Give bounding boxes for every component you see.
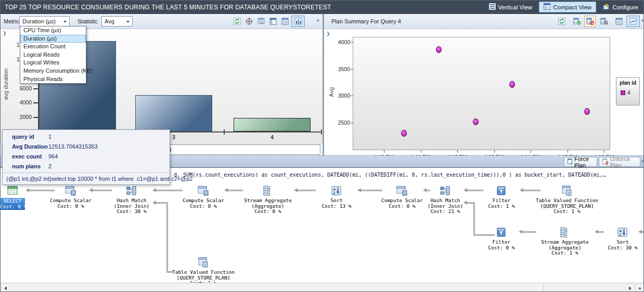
track-query-button[interactable]	[243, 16, 255, 27]
plan-edge	[642, 231, 644, 233]
plan-node-hash-match[interactable]: Hash Match(Inner Join)Cost: 30 %	[93, 198, 171, 215]
pane-view-button[interactable]	[267, 16, 279, 27]
toolbar-overflow-button[interactable]: ▾	[641, 18, 643, 23]
plan-node-sort[interactable]: SortCost: 30 %	[584, 240, 644, 250]
configure-button[interactable]: Configure	[598, 2, 643, 12]
refresh-icon	[558, 18, 565, 25]
plan-edge-arrowhead	[463, 188, 467, 192]
scatter-x-tick	[494, 150, 495, 153]
bar-chart-y-axis-title: avg duration	[3, 64, 9, 104]
splitter-grip-button[interactable]: ◆	[636, 284, 644, 292]
tooltip-separator	[3, 172, 170, 173]
compact-view-icon	[544, 3, 550, 11]
chart-view-button[interactable]	[291, 16, 305, 27]
tvf-icon: ƒ	[198, 257, 209, 270]
table-grid-icon	[615, 18, 623, 25]
plan-edge	[473, 202, 475, 234]
scatter-y-tick	[351, 123, 353, 123]
tooltip-row-label: query id	[12, 134, 34, 140]
plan-node-table-valued-function[interactable]: Table Valued Function[QUERY_STORE_PLAN]C…	[528, 198, 606, 215]
tooltip-row-value: 964	[48, 153, 58, 160]
scatter-point-plan-4[interactable]	[401, 130, 407, 137]
filter-icon	[496, 185, 507, 198]
plan-edge	[156, 202, 166, 204]
tooltip-row: Avg Duration12513.7064315353	[12, 143, 168, 150]
view-query-button[interactable]	[255, 16, 267, 27]
plan-edge-arrowhead	[520, 188, 523, 192]
force-plan-toolbar-button[interactable]	[571, 16, 583, 27]
split-pane-icon	[269, 18, 277, 25]
chevron-down-icon	[63, 21, 67, 23]
bar-chart-icon	[294, 18, 302, 25]
bar-y-tick-label: 6000	[10, 85, 32, 91]
force-plan-button[interactable]: Force Plan	[564, 157, 597, 167]
scatter-y-tick	[351, 42, 353, 43]
scatter-y-axis-title: Avg	[328, 82, 334, 102]
sort-icon: AZ	[331, 185, 342, 198]
scroll-right-button[interactable]	[626, 284, 635, 292]
plan-edge	[156, 190, 183, 191]
legend-item[interactable]: 4	[621, 90, 639, 96]
metric-dropdown-option[interactable]: Logical Writes	[20, 59, 86, 67]
metric-dropdown-option[interactable]: Duration (µs)	[20, 35, 86, 43]
plan-summary-chart: ❯ Avg 25003000350040004:10 PM4:11 PM4:12…	[324, 29, 644, 155]
hash-match-icon	[440, 185, 451, 198]
refresh-button[interactable]	[231, 16, 243, 27]
query-tooltip: query id1Avg Duration12513.7064315353exe…	[2, 129, 170, 185]
unforce-plan-button[interactable]: Unforce Plan	[599, 157, 640, 167]
collapse-chevron-icon[interactable]: ❯	[326, 31, 330, 36]
plan-edge	[598, 231, 604, 233]
bar-x-tick	[321, 129, 322, 135]
tooltip-row-value: 1	[48, 134, 51, 140]
svg-text:Σ: Σ	[565, 234, 568, 238]
svg-text:Z: Z	[619, 232, 622, 237]
horizontal-scrollbar[interactable]: ◆	[1, 283, 644, 292]
scatter-point-plan-4[interactable]	[473, 118, 479, 125]
tvf-icon: ƒ	[561, 185, 573, 198]
plan-chart-view-button[interactable]	[626, 16, 640, 27]
bar-query-4[interactable]	[234, 118, 311, 131]
plan-node-stream-aggregate[interactable]: Stream Aggregate(Aggregate)Cost: 0 %	[229, 198, 307, 215]
plan-node-select[interactable]: SELECTCost: 0 %	[0, 198, 25, 210]
plan-edge	[522, 231, 536, 233]
metric-label: Metric	[4, 18, 19, 24]
plan-edge-arrowhead	[89, 188, 93, 192]
plan-edge	[467, 190, 483, 191]
metric-dropdown-option[interactable]: Memory Consumption (KB)	[20, 67, 86, 75]
force-plan-icon	[568, 158, 572, 165]
metric-dropdown-option[interactable]: Logical Reads	[20, 51, 86, 59]
toolbar-overflow-button[interactable]: ▾	[641, 159, 643, 164]
grid-view-button[interactable]	[279, 16, 291, 27]
plan-edge	[361, 190, 382, 191]
plan-edge	[523, 190, 540, 191]
plan-edge-arrowhead	[294, 188, 298, 192]
scatter-x-tick	[531, 150, 531, 153]
compute-scalar-icon	[396, 185, 408, 198]
metric-dropdown-option[interactable]: CPU Time (µs)	[20, 26, 86, 35]
plan-edge-arrowhead	[152, 188, 156, 192]
compact-view-button[interactable]: Compact View	[539, 2, 596, 12]
vertical-view-button[interactable]: Vertical View	[484, 2, 537, 12]
collapse-chevron-icon[interactable]: ❯	[3, 31, 7, 36]
scatter-x-tick	[421, 150, 421, 153]
scatter-y-tick-label: 2500	[332, 120, 350, 126]
refresh-plan-button[interactable]	[556, 16, 568, 27]
metric-combobox[interactable]: Duration (µs)	[19, 16, 70, 26]
plan-edge-arrowhead	[595, 230, 598, 234]
unforce-plan-toolbar-button[interactable]	[584, 16, 596, 27]
hash-match-icon	[126, 185, 137, 198]
metric-dropdown-option[interactable]: Execution Count	[20, 43, 86, 51]
plan-grid-view-button[interactable]	[613, 16, 625, 27]
plan-edge-arrowhead	[423, 188, 427, 192]
statistic-combobox[interactable]: Avg	[101, 16, 133, 26]
plan-statement-text: d, SUM(rs.count_executions) as count_exe…	[174, 172, 606, 178]
plan-edge-arrowhead	[224, 188, 228, 192]
bar-query-3[interactable]	[135, 95, 212, 131]
metric-dropdown-option[interactable]: Physical Reads	[20, 75, 86, 84]
compare-plans-button[interactable]	[598, 16, 610, 27]
scroll-left-button[interactable]	[1, 284, 10, 292]
toolbar-overflow-button[interactable]: ▾	[317, 18, 319, 23]
tooltip-query-text: (@p1 int,@p2 int)select top 10000 * from…	[6, 176, 192, 182]
plan-id-legend: plan id 4	[616, 77, 640, 105]
plan-4-swatch-icon	[621, 90, 625, 95]
